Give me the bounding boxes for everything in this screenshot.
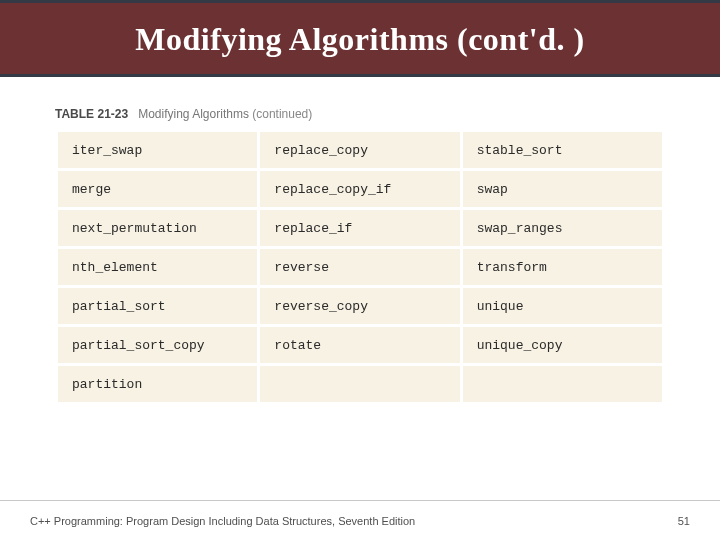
- algo-cell: unique: [463, 288, 662, 324]
- algo-cell: next_permutation: [58, 210, 257, 246]
- algo-cell: merge: [58, 171, 257, 207]
- table-label-word: TABLE: [55, 107, 94, 121]
- table-row: partial_sort_copy rotate unique_copy: [58, 327, 662, 363]
- algo-cell: swap: [463, 171, 662, 207]
- slide-title: Modifying Algorithms (cont'd. ): [0, 21, 720, 58]
- table-continued: (continued): [252, 107, 312, 121]
- algorithms-table: iter_swap replace_copy stable_sort merge…: [55, 129, 665, 405]
- algo-cell: partial_sort: [58, 288, 257, 324]
- table-row: merge replace_copy_if swap: [58, 171, 662, 207]
- table-row: iter_swap replace_copy stable_sort: [58, 132, 662, 168]
- algo-cell: partition: [58, 366, 257, 402]
- table-caption: Modifying Algorithms: [138, 107, 249, 121]
- algo-cell: unique_copy: [463, 327, 662, 363]
- algo-cell: [463, 366, 662, 402]
- table-row: partition: [58, 366, 662, 402]
- algo-cell: rotate: [260, 327, 459, 363]
- algo-cell: nth_element: [58, 249, 257, 285]
- content-area: TABLE 21-23 Modifying Algorithms (contin…: [0, 77, 720, 405]
- algo-cell: reverse_copy: [260, 288, 459, 324]
- algo-cell: swap_ranges: [463, 210, 662, 246]
- table-row: next_permutation replace_if swap_ranges: [58, 210, 662, 246]
- algo-cell: partial_sort_copy: [58, 327, 257, 363]
- footer-text: C++ Programming: Program Design Includin…: [30, 515, 415, 527]
- algo-cell: replace_if: [260, 210, 459, 246]
- title-band: Modifying Algorithms (cont'd. ): [0, 0, 720, 77]
- algo-cell: replace_copy_if: [260, 171, 459, 207]
- table-row: nth_element reverse transform: [58, 249, 662, 285]
- algo-cell: iter_swap: [58, 132, 257, 168]
- algo-cell: transform: [463, 249, 662, 285]
- algo-cell: [260, 366, 459, 402]
- algo-cell: reverse: [260, 249, 459, 285]
- page-number: 51: [678, 515, 690, 527]
- algo-cell: replace_copy: [260, 132, 459, 168]
- table-row: partial_sort reverse_copy unique: [58, 288, 662, 324]
- algo-cell: stable_sort: [463, 132, 662, 168]
- table-number: 21-23: [97, 107, 128, 121]
- footer: C++ Programming: Program Design Includin…: [0, 500, 720, 540]
- table-label: TABLE 21-23 Modifying Algorithms (contin…: [55, 107, 665, 121]
